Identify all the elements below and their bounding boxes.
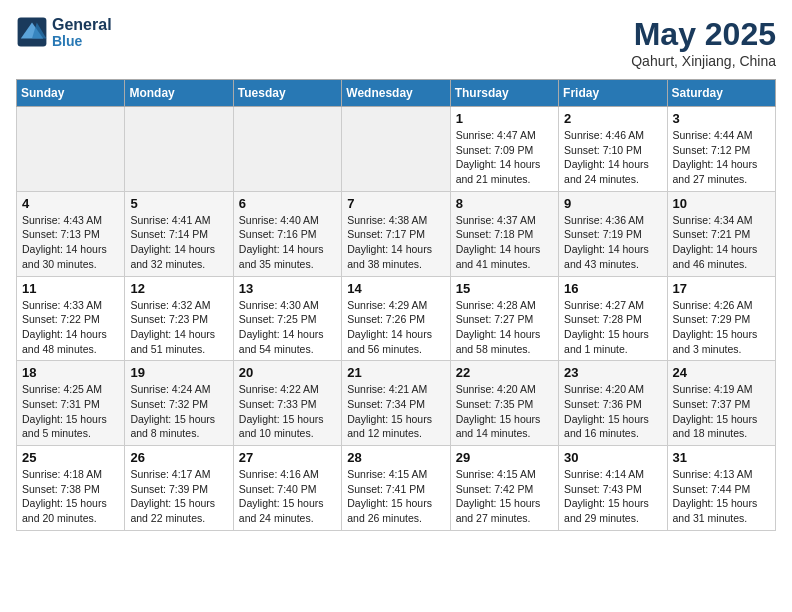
day-number: 4	[22, 196, 119, 211]
cell-info: Sunrise: 4:20 AMSunset: 7:35 PMDaylight:…	[456, 382, 553, 441]
day-number: 29	[456, 450, 553, 465]
calendar-cell	[17, 107, 125, 192]
day-number: 6	[239, 196, 336, 211]
day-number: 16	[564, 281, 661, 296]
calendar-cell: 18Sunrise: 4:25 AMSunset: 7:31 PMDayligh…	[17, 361, 125, 446]
day-number: 24	[673, 365, 770, 380]
calendar-cell: 24Sunrise: 4:19 AMSunset: 7:37 PMDayligh…	[667, 361, 775, 446]
calendar-cell: 14Sunrise: 4:29 AMSunset: 7:26 PMDayligh…	[342, 276, 450, 361]
calendar-cell: 20Sunrise: 4:22 AMSunset: 7:33 PMDayligh…	[233, 361, 341, 446]
cell-info: Sunrise: 4:14 AMSunset: 7:43 PMDaylight:…	[564, 467, 661, 526]
cell-info: Sunrise: 4:15 AMSunset: 7:41 PMDaylight:…	[347, 467, 444, 526]
day-number: 15	[456, 281, 553, 296]
calendar-cell	[125, 107, 233, 192]
day-number: 27	[239, 450, 336, 465]
month-title: May 2025	[631, 16, 776, 53]
logo-icon	[16, 16, 48, 48]
day-number: 11	[22, 281, 119, 296]
cell-info: Sunrise: 4:15 AMSunset: 7:42 PMDaylight:…	[456, 467, 553, 526]
calendar-cell: 8Sunrise: 4:37 AMSunset: 7:18 PMDaylight…	[450, 191, 558, 276]
cell-info: Sunrise: 4:41 AMSunset: 7:14 PMDaylight:…	[130, 213, 227, 272]
day-number: 19	[130, 365, 227, 380]
day-number: 2	[564, 111, 661, 126]
week-row-5: 25Sunrise: 4:18 AMSunset: 7:38 PMDayligh…	[17, 446, 776, 531]
page-header: General Blue May 2025 Qahurt, Xinjiang, …	[16, 16, 776, 69]
cell-info: Sunrise: 4:32 AMSunset: 7:23 PMDaylight:…	[130, 298, 227, 357]
calendar-cell: 11Sunrise: 4:33 AMSunset: 7:22 PMDayligh…	[17, 276, 125, 361]
calendar-cell: 3Sunrise: 4:44 AMSunset: 7:12 PMDaylight…	[667, 107, 775, 192]
day-number: 10	[673, 196, 770, 211]
logo: General Blue	[16, 16, 112, 49]
day-number: 22	[456, 365, 553, 380]
calendar-cell: 12Sunrise: 4:32 AMSunset: 7:23 PMDayligh…	[125, 276, 233, 361]
day-number: 5	[130, 196, 227, 211]
calendar-cell: 4Sunrise: 4:43 AMSunset: 7:13 PMDaylight…	[17, 191, 125, 276]
calendar-cell	[233, 107, 341, 192]
cell-info: Sunrise: 4:44 AMSunset: 7:12 PMDaylight:…	[673, 128, 770, 187]
calendar-cell: 19Sunrise: 4:24 AMSunset: 7:32 PMDayligh…	[125, 361, 233, 446]
cell-info: Sunrise: 4:26 AMSunset: 7:29 PMDaylight:…	[673, 298, 770, 357]
day-number: 18	[22, 365, 119, 380]
calendar-table: SundayMondayTuesdayWednesdayThursdayFrid…	[16, 79, 776, 531]
calendar-cell: 16Sunrise: 4:27 AMSunset: 7:28 PMDayligh…	[559, 276, 667, 361]
location: Qahurt, Xinjiang, China	[631, 53, 776, 69]
col-header-wednesday: Wednesday	[342, 80, 450, 107]
col-header-friday: Friday	[559, 80, 667, 107]
day-number: 7	[347, 196, 444, 211]
cell-info: Sunrise: 4:17 AMSunset: 7:39 PMDaylight:…	[130, 467, 227, 526]
calendar-cell: 9Sunrise: 4:36 AMSunset: 7:19 PMDaylight…	[559, 191, 667, 276]
cell-info: Sunrise: 4:28 AMSunset: 7:27 PMDaylight:…	[456, 298, 553, 357]
col-header-saturday: Saturday	[667, 80, 775, 107]
calendar-cell: 31Sunrise: 4:13 AMSunset: 7:44 PMDayligh…	[667, 446, 775, 531]
cell-info: Sunrise: 4:18 AMSunset: 7:38 PMDaylight:…	[22, 467, 119, 526]
calendar-cell: 29Sunrise: 4:15 AMSunset: 7:42 PMDayligh…	[450, 446, 558, 531]
cell-info: Sunrise: 4:24 AMSunset: 7:32 PMDaylight:…	[130, 382, 227, 441]
calendar-cell	[342, 107, 450, 192]
cell-info: Sunrise: 4:33 AMSunset: 7:22 PMDaylight:…	[22, 298, 119, 357]
day-number: 1	[456, 111, 553, 126]
cell-info: Sunrise: 4:36 AMSunset: 7:19 PMDaylight:…	[564, 213, 661, 272]
calendar-cell: 25Sunrise: 4:18 AMSunset: 7:38 PMDayligh…	[17, 446, 125, 531]
cell-info: Sunrise: 4:47 AMSunset: 7:09 PMDaylight:…	[456, 128, 553, 187]
calendar-cell: 30Sunrise: 4:14 AMSunset: 7:43 PMDayligh…	[559, 446, 667, 531]
day-number: 14	[347, 281, 444, 296]
week-row-4: 18Sunrise: 4:25 AMSunset: 7:31 PMDayligh…	[17, 361, 776, 446]
calendar-cell: 28Sunrise: 4:15 AMSunset: 7:41 PMDayligh…	[342, 446, 450, 531]
col-header-thursday: Thursday	[450, 80, 558, 107]
week-row-1: 1Sunrise: 4:47 AMSunset: 7:09 PMDaylight…	[17, 107, 776, 192]
calendar-cell: 13Sunrise: 4:30 AMSunset: 7:25 PMDayligh…	[233, 276, 341, 361]
day-number: 23	[564, 365, 661, 380]
cell-info: Sunrise: 4:37 AMSunset: 7:18 PMDaylight:…	[456, 213, 553, 272]
header-row: SundayMondayTuesdayWednesdayThursdayFrid…	[17, 80, 776, 107]
col-header-monday: Monday	[125, 80, 233, 107]
day-number: 17	[673, 281, 770, 296]
col-header-tuesday: Tuesday	[233, 80, 341, 107]
cell-info: Sunrise: 4:46 AMSunset: 7:10 PMDaylight:…	[564, 128, 661, 187]
calendar-cell: 5Sunrise: 4:41 AMSunset: 7:14 PMDaylight…	[125, 191, 233, 276]
calendar-cell: 7Sunrise: 4:38 AMSunset: 7:17 PMDaylight…	[342, 191, 450, 276]
day-number: 26	[130, 450, 227, 465]
cell-info: Sunrise: 4:25 AMSunset: 7:31 PMDaylight:…	[22, 382, 119, 441]
week-row-2: 4Sunrise: 4:43 AMSunset: 7:13 PMDaylight…	[17, 191, 776, 276]
calendar-cell: 1Sunrise: 4:47 AMSunset: 7:09 PMDaylight…	[450, 107, 558, 192]
day-number: 20	[239, 365, 336, 380]
calendar-cell: 27Sunrise: 4:16 AMSunset: 7:40 PMDayligh…	[233, 446, 341, 531]
cell-info: Sunrise: 4:27 AMSunset: 7:28 PMDaylight:…	[564, 298, 661, 357]
cell-info: Sunrise: 4:20 AMSunset: 7:36 PMDaylight:…	[564, 382, 661, 441]
calendar-cell: 6Sunrise: 4:40 AMSunset: 7:16 PMDaylight…	[233, 191, 341, 276]
day-number: 12	[130, 281, 227, 296]
logo-text: General Blue	[52, 16, 112, 49]
calendar-cell: 26Sunrise: 4:17 AMSunset: 7:39 PMDayligh…	[125, 446, 233, 531]
cell-info: Sunrise: 4:29 AMSunset: 7:26 PMDaylight:…	[347, 298, 444, 357]
cell-info: Sunrise: 4:19 AMSunset: 7:37 PMDaylight:…	[673, 382, 770, 441]
calendar-cell: 15Sunrise: 4:28 AMSunset: 7:27 PMDayligh…	[450, 276, 558, 361]
day-number: 28	[347, 450, 444, 465]
title-block: May 2025 Qahurt, Xinjiang, China	[631, 16, 776, 69]
calendar-cell: 21Sunrise: 4:21 AMSunset: 7:34 PMDayligh…	[342, 361, 450, 446]
day-number: 13	[239, 281, 336, 296]
day-number: 8	[456, 196, 553, 211]
calendar-cell: 10Sunrise: 4:34 AMSunset: 7:21 PMDayligh…	[667, 191, 775, 276]
calendar-cell: 17Sunrise: 4:26 AMSunset: 7:29 PMDayligh…	[667, 276, 775, 361]
calendar-cell: 23Sunrise: 4:20 AMSunset: 7:36 PMDayligh…	[559, 361, 667, 446]
week-row-3: 11Sunrise: 4:33 AMSunset: 7:22 PMDayligh…	[17, 276, 776, 361]
